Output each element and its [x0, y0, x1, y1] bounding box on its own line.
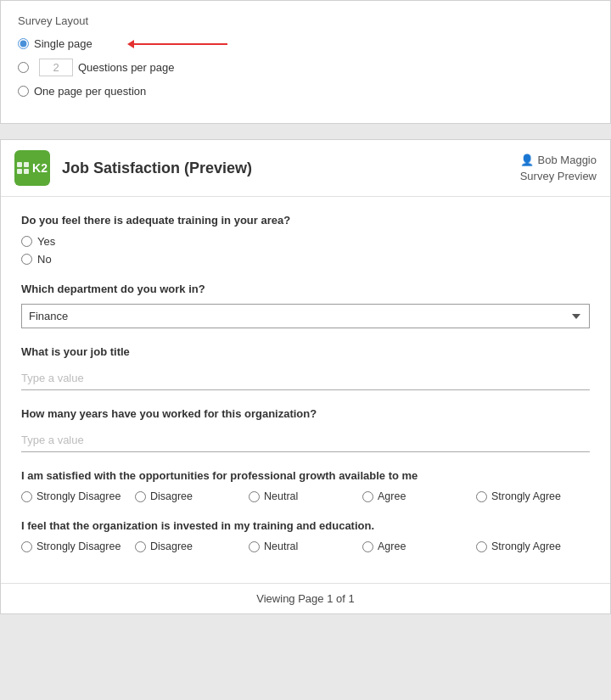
single-page-option[interactable]: Single page [18, 37, 593, 50]
k2-logo: K2 [14, 150, 50, 186]
question-1-block: Do you feel there is adequate training i… [21, 214, 590, 266]
k2-dot-2 [24, 162, 29, 167]
one-per-question-label: One page per question [34, 85, 146, 98]
k2-dot-4 [24, 169, 29, 174]
layout-title: Survey Layout [18, 14, 593, 27]
q1-no-option[interactable]: No [21, 253, 590, 266]
q6-neutral-radio[interactable] [249, 541, 260, 552]
one-per-question-option[interactable]: One page per question [18, 85, 593, 98]
survey-form: Do you feel there is adequate training i… [1, 197, 610, 583]
q5-strongly-agree-label: Strongly Agree [491, 490, 561, 502]
header-right: 👤 Bob Maggio Survey Preview [520, 154, 597, 182]
question-2-text: Which department do you work in? [21, 283, 590, 295]
arrow-annotation [128, 40, 227, 48]
q6-disagree-radio[interactable] [135, 541, 146, 552]
question-2-block: Which department do you work in? Finance… [21, 283, 590, 328]
k2-logo-text: K2 [32, 161, 48, 175]
single-page-label: Single page [34, 37, 92, 50]
qty-per-page-label: Questions per page [78, 61, 174, 74]
q1-no-radio[interactable] [21, 254, 32, 265]
q5-disagree[interactable]: Disagree [135, 490, 249, 502]
q1-yes-radio[interactable] [21, 236, 32, 247]
q6-strongly-agree[interactable]: Strongly Agree [476, 540, 590, 552]
preview-header: K2 Job Satisfaction (Preview) 👤 Bob Magg… [1, 140, 610, 197]
user-name: Bob Maggio [538, 154, 597, 166]
question-3-text: What is your job title [21, 345, 590, 358]
q5-disagree-label: Disagree [150, 490, 193, 502]
q5-neutral-label: Neutral [264, 490, 298, 502]
q5-strongly-agree-radio[interactable] [476, 491, 487, 502]
q1-no-label: No [37, 253, 52, 266]
q6-disagree[interactable]: Disagree [135, 540, 249, 552]
q6-disagree-label: Disagree [150, 540, 193, 552]
arrow-head-icon [127, 40, 134, 48]
one-per-question-radio[interactable] [18, 86, 29, 97]
viewing-page: Viewing Page 1 of 1 [1, 583, 610, 613]
q6-strongly-disagree-radio[interactable] [21, 541, 32, 552]
q1-yes-option[interactable]: Yes [21, 235, 590, 248]
department-select[interactable]: Finance HR IT Marketing Operations [21, 304, 590, 328]
arrow-line [134, 43, 227, 45]
user-icon: 👤 [520, 154, 534, 166]
survey-preview-label: Survey Preview [520, 170, 597, 182]
q6-strongly-agree-radio[interactable] [476, 541, 487, 552]
q6-strongly-disagree[interactable]: Strongly Disagree [21, 540, 135, 552]
q5-strongly-disagree-radio[interactable] [21, 491, 32, 502]
q5-neutral-radio[interactable] [249, 491, 260, 502]
q5-strongly-agree[interactable]: Strongly Agree [476, 490, 590, 502]
k2-dots [17, 162, 29, 174]
q6-neutral[interactable]: Neutral [249, 540, 362, 552]
question-6-block: I feel that the organization is invested… [21, 519, 590, 552]
k2-dot-1 [17, 162, 22, 167]
q1-yes-label: Yes [37, 235, 55, 248]
question-3-block: What is your job title [21, 345, 590, 390]
q5-strongly-disagree-label: Strongly Disagree [36, 490, 121, 502]
question-5-text: I am satisfied with the opportunities fo… [21, 469, 590, 482]
q6-strongly-disagree-label: Strongly Disagree [36, 540, 121, 552]
q5-strongly-disagree[interactable]: Strongly Disagree [21, 490, 135, 502]
q6-strongly-agree-label: Strongly Agree [491, 540, 561, 552]
q6-agree-radio[interactable] [362, 541, 373, 552]
section-divider [0, 132, 611, 139]
q5-likert-row: Strongly Disagree Disagree Neutral Agree… [21, 490, 590, 502]
qty-per-page-radio[interactable] [18, 62, 29, 73]
layout-section: Survey Layout Single page Questions per … [0, 0, 611, 124]
question-5-block: I am satisfied with the opportunities fo… [21, 469, 590, 502]
job-title-input[interactable] [21, 367, 590, 390]
q6-neutral-label: Neutral [264, 540, 298, 552]
years-worked-input[interactable] [21, 428, 590, 452]
q6-agree-label: Agree [378, 540, 406, 552]
survey-title: Job Satisfaction (Preview) [62, 160, 520, 177]
user-info: 👤 Bob Maggio [520, 154, 597, 166]
qty-per-page-option[interactable]: Questions per page [18, 59, 593, 76]
question-6-text: I feel that the organization is invested… [21, 519, 590, 532]
q5-agree-radio[interactable] [362, 491, 373, 502]
survey-preview-section: K2 Job Satisfaction (Preview) 👤 Bob Magg… [0, 139, 611, 614]
question-4-text: How many years have you worked for this … [21, 407, 590, 420]
viewing-page-text: Viewing Page 1 of 1 [256, 592, 354, 605]
q5-agree-label: Agree [378, 490, 406, 502]
k2-dot-3 [17, 169, 22, 174]
single-page-radio[interactable] [18, 38, 29, 49]
qty-input[interactable] [39, 59, 73, 76]
q5-agree[interactable]: Agree [362, 490, 476, 502]
q5-disagree-radio[interactable] [135, 491, 146, 502]
question-1-text: Do you feel there is adequate training i… [21, 214, 590, 227]
q6-agree[interactable]: Agree [362, 540, 476, 552]
q6-likert-row: Strongly Disagree Disagree Neutral Agree… [21, 540, 590, 552]
q5-neutral[interactable]: Neutral [249, 490, 362, 502]
question-4-block: How many years have you worked for this … [21, 407, 590, 452]
